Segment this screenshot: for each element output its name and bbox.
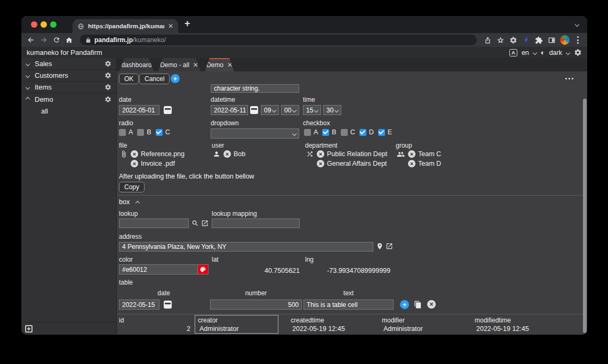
- minimize-window-button[interactable]: [41, 21, 47, 28]
- theme-select-value[interactable]: dark: [549, 49, 562, 56]
- modifiedtime-value: 2022-05-19 12:45: [476, 325, 529, 333]
- ok-button[interactable]: OK: [119, 74, 139, 84]
- datetime-hour-select[interactable]: 09: [261, 105, 279, 115]
- table-date-input[interactable]: 2022-05-15: [119, 300, 159, 310]
- color-input[interactable]: #e60012: [119, 264, 198, 274]
- forward-button[interactable]: [39, 36, 48, 45]
- copy-button[interactable]: Copy: [119, 182, 145, 192]
- reload-button[interactable]: [52, 36, 61, 45]
- map-pin-icon[interactable]: [376, 242, 383, 250]
- color-swatch-button[interactable]: [197, 264, 209, 274]
- remove-icon[interactable]: ×: [131, 160, 138, 167]
- table-add-row-button[interactable]: +: [400, 300, 409, 309]
- remove-icon[interactable]: ×: [317, 160, 324, 167]
- tab-demo-all[interactable]: Demo - all ✕: [158, 58, 201, 71]
- tab-dashboard[interactable]: dashboard: [119, 58, 154, 71]
- remove-icon[interactable]: ×: [223, 150, 231, 158]
- sidebar-item-demo[interactable]: Demo: [21, 93, 116, 105]
- table-remove-row-icon[interactable]: ×: [427, 300, 436, 309]
- tab-close-icon[interactable]: ✕: [227, 61, 233, 69]
- search-icon[interactable]: [191, 220, 199, 227]
- language-select-value[interactable]: en: [522, 49, 529, 56]
- file-name[interactable]: Invoice .pdf: [141, 160, 175, 167]
- dropdown-select[interactable]: [211, 128, 299, 139]
- bookmark-star-button[interactable]: [496, 36, 505, 45]
- file-chip: ×Invoice .pdf: [131, 160, 175, 167]
- side-panel-icon[interactable]: [547, 36, 556, 45]
- language-chevron-icon[interactable]: [533, 50, 537, 54]
- remove-icon[interactable]: ×: [131, 150, 138, 158]
- checkbox-option-d[interactable]: D: [359, 128, 374, 136]
- home-button[interactable]: [65, 36, 74, 45]
- tab-close-icon[interactable]: ✕: [193, 61, 198, 69]
- external-link-icon[interactable]: [386, 242, 393, 250]
- maximize-window-button[interactable]: [50, 21, 57, 28]
- external-link-icon[interactable]: [201, 220, 209, 227]
- tab-search-chevron-icon[interactable]: [575, 22, 579, 27]
- datetime-date-input[interactable]: 2022-05-11: [211, 105, 248, 115]
- calendar-icon[interactable]: [250, 106, 258, 114]
- add-app-icon[interactable]: [25, 325, 33, 333]
- back-button[interactable]: [26, 36, 35, 45]
- browser-tab[interactable]: https://pandafirm.jp/kumaneko ✕: [73, 19, 178, 33]
- extension-gear-icon[interactable]: [509, 36, 518, 45]
- new-tab-button[interactable]: +: [185, 18, 190, 29]
- lat-value: 40.7505621: [212, 267, 300, 274]
- radio-option-c[interactable]: C: [156, 128, 170, 136]
- checkbox-option-a[interactable]: A: [304, 128, 318, 136]
- share-button[interactable]: [483, 36, 492, 45]
- file-name[interactable]: Reference.png: [141, 150, 185, 158]
- remove-icon[interactable]: ×: [408, 160, 415, 167]
- remove-icon[interactable]: ×: [408, 150, 415, 158]
- checkbox-option-e[interactable]: E: [378, 128, 392, 136]
- sidebar-item-demo-all[interactable]: all: [21, 105, 116, 117]
- extensions-puzzle-icon[interactable]: [534, 36, 543, 45]
- remove-icon[interactable]: ×: [317, 150, 324, 158]
- checkbox-option-b[interactable]: B: [322, 128, 336, 136]
- close-window-button[interactable]: [31, 21, 37, 28]
- date-input[interactable]: 2022-05-01: [119, 105, 159, 115]
- browser-menu-icon[interactable]: [573, 36, 582, 45]
- sidebar-item-customers[interactable]: Customers: [21, 70, 116, 82]
- extension-bolt-icon[interactable]: [522, 36, 531, 45]
- add-record-button[interactable]: +: [171, 74, 180, 83]
- table-text-input[interactable]: This is a table cell: [303, 300, 394, 310]
- tab-close-icon[interactable]: ✕: [168, 23, 173, 29]
- sidebar-item-label: Customers: [35, 71, 68, 79]
- gear-icon[interactable]: [105, 84, 111, 91]
- gear-icon[interactable]: [105, 72, 111, 79]
- sidebar-item-sales[interactable]: Sales: [21, 58, 116, 70]
- paperclip-icon[interactable]: [120, 150, 127, 158]
- checkbox-option-c[interactable]: C: [341, 128, 355, 136]
- radio-option-b[interactable]: B: [137, 128, 151, 136]
- datetime-minute-select[interactable]: 00: [281, 105, 299, 115]
- profile-avatar[interactable]: [560, 35, 570, 45]
- creator-value: Administrator: [199, 325, 239, 333]
- time-minute-select[interactable]: 30: [323, 105, 341, 115]
- sidebar-item-items[interactable]: Items: [21, 82, 116, 93]
- cancel-button[interactable]: Cancel: [139, 74, 170, 84]
- tab-demo[interactable]: Demo ✕: [205, 58, 234, 71]
- time-field-label: time: [303, 96, 315, 103]
- settings-gear-icon[interactable]: [574, 48, 582, 56]
- time-hour-select[interactable]: 15: [303, 105, 321, 115]
- lookup-mapping-input[interactable]: [212, 219, 300, 228]
- table-number-input[interactable]: 500: [210, 300, 302, 310]
- radio-option-a[interactable]: A: [119, 128, 133, 136]
- url-bar[interactable]: pandafirm.jp/kumaneko/: [80, 35, 477, 45]
- calendar-icon[interactable]: [164, 106, 172, 114]
- url-path: /kumaneko/: [133, 36, 166, 44]
- duplicate-row-icon[interactable]: [414, 301, 422, 309]
- gear-icon[interactable]: [105, 60, 111, 67]
- gear-icon[interactable]: [105, 96, 111, 103]
- collapse-chevron-icon[interactable]: [135, 201, 140, 205]
- theme-chevron-icon[interactable]: [566, 50, 570, 54]
- vertical-scrollbar[interactable]: [583, 99, 587, 333]
- more-menu-icon[interactable]: [565, 78, 573, 79]
- color-field-label: color: [119, 256, 133, 263]
- sidebar-item-label: Demo: [35, 95, 53, 103]
- text-field-input[interactable]: character string.: [211, 84, 299, 93]
- calendar-icon[interactable]: [164, 301, 172, 309]
- lookup-input[interactable]: [119, 219, 189, 228]
- address-input[interactable]: 4 Pennsylvania Plaza, New York, NY: [119, 242, 373, 252]
